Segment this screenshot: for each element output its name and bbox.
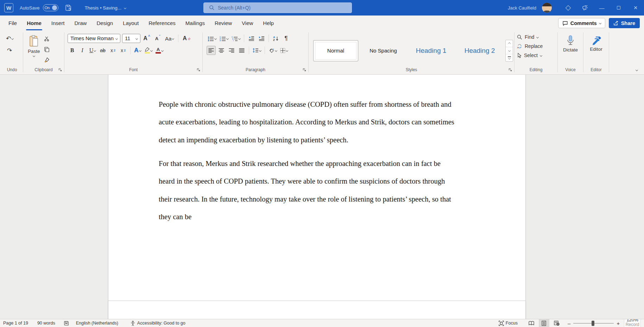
italic-button[interactable]: I <box>78 46 87 55</box>
zoom-slider[interactable] <box>573 323 614 323</box>
autosave-toggle[interactable]: On <box>43 4 58 11</box>
save-icon[interactable] <box>65 4 72 11</box>
print-layout-button[interactable] <box>539 319 549 327</box>
styles-gallery-more[interactable] <box>506 54 513 61</box>
style-heading-1[interactable]: Heading 1 <box>408 40 454 61</box>
superscript-button[interactable]: x2 <box>119 46 128 55</box>
document-title[interactable]: Thesis • Saving... <box>84 5 126 11</box>
web-layout-button[interactable] <box>551 319 562 327</box>
cut-button[interactable] <box>42 34 51 43</box>
tab-layout[interactable]: Layout <box>118 16 144 30</box>
style-no-spacing[interactable]: No Spacing <box>361 40 405 61</box>
feedback-megaphone-icon[interactable] <box>576 0 593 16</box>
bold-button[interactable]: B <box>68 46 77 55</box>
page-indicator[interactable]: Page 1 of 19 <box>3 321 28 326</box>
styles-dialog-launcher[interactable] <box>509 68 512 72</box>
tab-view[interactable]: View <box>237 16 258 30</box>
tab-mailings[interactable]: Mailings <box>181 16 210 30</box>
font-dialog-launcher[interactable] <box>197 68 200 72</box>
styles-scroll-up[interactable] <box>506 40 513 47</box>
collapse-ribbon-button[interactable] <box>636 69 638 71</box>
paste-button[interactable]: Paste <box>28 33 40 67</box>
read-mode-button[interactable] <box>526 319 537 327</box>
shrink-font-button[interactable]: Aˇ <box>153 34 162 43</box>
styles-scroll-down[interactable] <box>506 47 513 54</box>
numbering-button[interactable]: 1 2 3 <box>219 34 229 43</box>
show-formatting-marks-button[interactable]: ¶ <box>282 34 291 43</box>
format-painter-button[interactable] <box>42 55 51 64</box>
maximize-button[interactable] <box>610 0 627 16</box>
clipboard-dialog-launcher[interactable] <box>58 68 62 72</box>
tab-references[interactable]: References <box>144 16 181 30</box>
subscript-button[interactable]: x2 <box>108 46 118 55</box>
bullets-button[interactable] <box>207 34 217 43</box>
select-button[interactable]: Select <box>516 51 556 60</box>
redo-button[interactable]: ↷ <box>5 46 14 55</box>
paragraph-dialog-launcher[interactable] <box>303 68 306 72</box>
paragraph-1[interactable]: People with chronic obstructive pulmonar… <box>159 95 480 149</box>
editor-button[interactable]: Editor <box>590 33 602 67</box>
justify-button[interactable] <box>237 46 246 55</box>
close-button[interactable]: × <box>627 0 644 16</box>
autosave-control[interactable]: AutoSave On <box>20 4 58 11</box>
decrease-indent-button[interactable] <box>247 34 256 43</box>
language-indicator[interactable]: English (Netherlands) <box>76 321 118 326</box>
user-name[interactable]: Jack Caulfield <box>508 5 536 11</box>
word-app-icon[interactable]: W <box>4 3 13 12</box>
zoom-slider-thumb[interactable] <box>592 321 594 326</box>
font-color-button[interactable]: A <box>154 46 164 55</box>
increase-indent-button[interactable] <box>257 34 266 43</box>
minimize-button[interactable]: — <box>593 0 610 16</box>
share-button[interactable]: Share <box>609 18 640 28</box>
text-effects-button[interactable]: A <box>133 46 142 55</box>
find-button[interactable]: Find <box>516 32 556 42</box>
shading-button[interactable] <box>267 46 278 55</box>
underline-button[interactable]: U <box>88 46 97 55</box>
premium-diamond-icon[interactable] <box>560 0 576 16</box>
search-box[interactable] <box>203 2 352 13</box>
proofing-status[interactable] <box>64 321 69 326</box>
web-layout-icon <box>554 321 560 326</box>
sort-button[interactable]: A Z <box>271 34 280 43</box>
focus-mode-button[interactable]: Focus <box>499 321 518 326</box>
tab-design[interactable]: Design <box>91 16 118 30</box>
word-count[interactable]: 90 words <box>37 321 55 326</box>
tab-review[interactable]: Review <box>210 16 237 30</box>
clear-formatting-button[interactable]: A <box>182 34 192 43</box>
tab-file[interactable]: File <box>4 16 22 30</box>
paragraph-2[interactable]: For that reason, Merkus and Strik resear… <box>159 155 480 226</box>
document-page-1[interactable]: People with chronic obstructive pulmonar… <box>108 75 526 319</box>
zoom-level-box[interactable]: 120% Record <box>624 319 641 327</box>
zoom-out-button[interactable]: – <box>568 320 570 326</box>
font-size-combo[interactable]: 11 <box>122 34 140 43</box>
change-case-button[interactable]: Aa <box>164 34 175 43</box>
user-avatar[interactable] <box>542 3 552 13</box>
accessibility-status[interactable]: Accessibility: Good to go <box>130 321 185 326</box>
borders-button[interactable] <box>279 46 289 55</box>
line-spacing-button[interactable] <box>252 46 262 55</box>
copy-button[interactable] <box>42 45 51 54</box>
align-left-button[interactable] <box>207 46 216 55</box>
document-page-2[interactable] <box>108 301 526 319</box>
select-cursor-icon <box>517 53 522 58</box>
search-input[interactable] <box>203 2 352 13</box>
tab-home[interactable]: Home <box>22 16 46 30</box>
comments-button[interactable]: Comments <box>558 18 605 28</box>
align-center-button[interactable] <box>217 46 226 55</box>
highlight-color-button[interactable] <box>143 46 153 55</box>
undo-button[interactable]: ↶ <box>5 34 14 43</box>
style-normal[interactable]: Normal <box>313 40 358 61</box>
dictate-button[interactable]: Dictate <box>563 33 578 67</box>
align-right-button[interactable] <box>227 46 236 55</box>
tab-draw[interactable]: Draw <box>69 16 91 30</box>
style-heading-2[interactable]: Heading 2 <box>457 40 503 61</box>
tab-insert[interactable]: Insert <box>46 16 70 30</box>
strikethrough-button[interactable]: ab <box>98 46 107 55</box>
document-canvas[interactable]: People with chronic obstructive pulmonar… <box>0 75 644 319</box>
zoom-in-button[interactable]: + <box>617 320 620 326</box>
multilevel-list-button[interactable]: 1 a i <box>231 34 241 43</box>
replace-button[interactable]: b c Replace <box>516 42 556 51</box>
tab-help[interactable]: Help <box>258 16 279 30</box>
font-name-combo[interactable]: Times New Roman <box>68 34 120 43</box>
grow-font-button[interactable]: A^ <box>142 34 151 43</box>
